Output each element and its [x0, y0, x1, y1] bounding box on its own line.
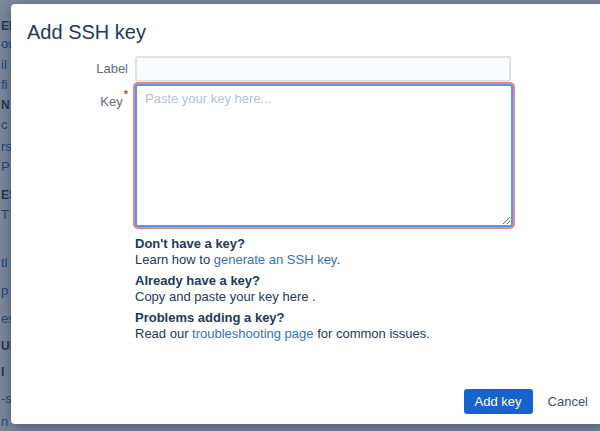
troubleshooting-page-link[interactable]: troubleshooting page [192, 326, 313, 341]
screen: ElouilfiNcrsPESTtlpesUFI-sn Add SSH key … [0, 0, 600, 431]
help-line: Read our troubleshooting page for common… [135, 326, 515, 342]
help-section-no-key: Don't have a key? Learn how to generate … [135, 236, 515, 268]
help-heading: Already have a key? [135, 273, 515, 289]
label-input[interactable] [135, 56, 511, 82]
label-field-label: Label [11, 61, 128, 77]
key-field-label-text: Key [100, 94, 122, 109]
cancel-button[interactable]: Cancel [548, 394, 588, 409]
help-text-after: . [336, 252, 340, 267]
generate-ssh-key-link[interactable]: generate an SSH key [214, 252, 337, 267]
dialog-title: Add SSH key [27, 19, 146, 45]
help-text-after: for common issues. [314, 326, 430, 341]
help-heading: Don't have a key? [135, 236, 515, 252]
help-text-before: Copy and paste your key here . [135, 289, 316, 304]
key-textarea[interactable] [135, 84, 513, 227]
help-text: Don't have a key? Learn how to generate … [135, 236, 515, 347]
help-section-problems: Problems adding a key? Read our troubles… [135, 310, 515, 342]
add-ssh-key-dialog: Add SSH key Label Key* Don't have a key?… [11, 4, 600, 424]
dialog-footer: Add key Cancel [464, 389, 588, 414]
help-text-before: Learn how to [135, 252, 214, 267]
help-line: Copy and paste your key here . [135, 289, 515, 305]
help-text-before: Read our [135, 326, 192, 341]
required-asterisk: * [124, 88, 128, 100]
help-section-have-key: Already have a key? Copy and paste your … [135, 273, 515, 305]
help-line: Learn how to generate an SSH key. [135, 252, 515, 268]
help-heading: Problems adding a key? [135, 310, 515, 326]
key-field-label: Key* [11, 89, 128, 110]
add-key-button[interactable]: Add key [464, 389, 533, 414]
